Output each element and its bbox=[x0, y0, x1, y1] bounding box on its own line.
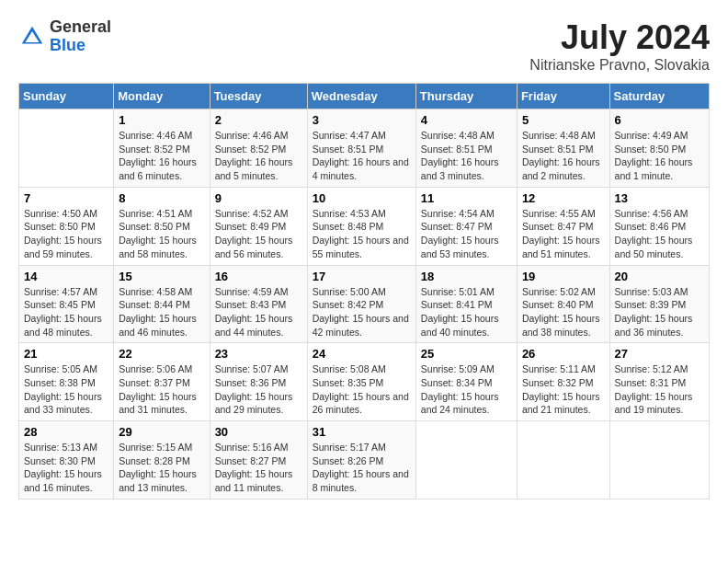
header-saturday: Saturday bbox=[609, 84, 709, 109]
day-detail: Sunrise: 5:08 AMSunset: 8:35 PMDaylight:… bbox=[313, 362, 411, 417]
day-number: 17 bbox=[313, 270, 411, 283]
day-detail: Sunrise: 4:51 AMSunset: 8:50 PMDaylight:… bbox=[119, 207, 204, 261]
day-detail: Sunrise: 4:55 AMSunset: 8:47 PMDaylight:… bbox=[522, 207, 605, 261]
calendar-cell: 27Sunrise: 5:12 AMSunset: 8:31 PMDayligh… bbox=[609, 343, 709, 421]
week-row-2: 7Sunrise: 4:50 AMSunset: 8:50 PMDaylight… bbox=[19, 187, 710, 265]
calendar-cell bbox=[517, 421, 609, 500]
day-number: 16 bbox=[215, 270, 302, 283]
calendar-cell: 4Sunrise: 4:48 AMSunset: 8:51 PMDaylight… bbox=[415, 109, 517, 188]
day-detail: Sunrise: 5:07 AMSunset: 8:36 PMDaylight:… bbox=[215, 362, 302, 417]
week-row-1: 1Sunrise: 4:46 AMSunset: 8:52 PMDaylight… bbox=[19, 109, 710, 188]
calendar-cell bbox=[609, 421, 709, 500]
day-number: 11 bbox=[421, 191, 512, 205]
logo-general: General bbox=[50, 17, 111, 36]
week-row-3: 14Sunrise: 4:57 AMSunset: 8:45 PMDayligh… bbox=[19, 265, 710, 343]
day-detail: Sunrise: 4:46 AMSunset: 8:52 PMDaylight:… bbox=[119, 129, 204, 183]
day-detail: Sunrise: 5:11 AMSunset: 8:32 PMDaylight:… bbox=[522, 362, 605, 417]
calendar-cell: 20Sunrise: 5:03 AMSunset: 8:39 PMDayligh… bbox=[609, 265, 709, 343]
day-number: 26 bbox=[522, 347, 605, 361]
calendar-cell: 13Sunrise: 4:56 AMSunset: 8:46 PMDayligh… bbox=[609, 187, 709, 265]
day-number: 1 bbox=[119, 113, 204, 127]
calendar-cell: 7Sunrise: 4:50 AMSunset: 8:50 PMDaylight… bbox=[19, 187, 114, 265]
logo-blue: Blue bbox=[50, 36, 85, 54]
calendar-cell: 18Sunrise: 5:01 AMSunset: 8:41 PMDayligh… bbox=[415, 265, 517, 343]
day-number: 9 bbox=[215, 191, 302, 205]
day-number: 28 bbox=[24, 425, 108, 439]
day-number: 18 bbox=[421, 270, 512, 283]
week-row-4: 21Sunrise: 5:05 AMSunset: 8:38 PMDayligh… bbox=[19, 343, 710, 421]
day-number: 5 bbox=[522, 113, 605, 127]
calendar-cell: 24Sunrise: 5:08 AMSunset: 8:35 PMDayligh… bbox=[307, 343, 415, 421]
calendar-cell: 23Sunrise: 5:07 AMSunset: 8:36 PMDayligh… bbox=[210, 343, 307, 421]
calendar-cell: 16Sunrise: 4:59 AMSunset: 8:43 PMDayligh… bbox=[210, 265, 307, 343]
day-detail: Sunrise: 4:54 AMSunset: 8:47 PMDaylight:… bbox=[421, 207, 512, 261]
day-detail: Sunrise: 5:13 AMSunset: 8:30 PMDaylight:… bbox=[24, 441, 108, 495]
calendar-title: July 2024 bbox=[529, 18, 710, 57]
calendar-cell: 19Sunrise: 5:02 AMSunset: 8:40 PMDayligh… bbox=[517, 265, 609, 343]
day-detail: Sunrise: 5:16 AMSunset: 8:27 PMDaylight:… bbox=[215, 441, 302, 495]
day-number: 30 bbox=[215, 425, 302, 439]
calendar-header-row: SundayMondayTuesdayWednesdayThursdayFrid… bbox=[19, 84, 710, 109]
calendar-cell: 29Sunrise: 5:15 AMSunset: 8:28 PMDayligh… bbox=[114, 421, 210, 500]
day-detail: Sunrise: 5:17 AMSunset: 8:26 PMDaylight:… bbox=[313, 441, 411, 495]
calendar-cell: 31Sunrise: 5:17 AMSunset: 8:26 PMDayligh… bbox=[307, 421, 415, 500]
day-number: 27 bbox=[615, 347, 704, 361]
header-sunday: Sunday bbox=[19, 84, 114, 109]
calendar-cell bbox=[19, 109, 114, 188]
day-number: 29 bbox=[119, 425, 204, 439]
page-header: General Blue July 2024 Nitrianske Pravno… bbox=[18, 18, 710, 74]
day-number: 6 bbox=[615, 113, 704, 127]
logo: General Blue bbox=[18, 18, 111, 55]
day-number: 25 bbox=[421, 347, 512, 361]
day-detail: Sunrise: 5:02 AMSunset: 8:40 PMDaylight:… bbox=[522, 285, 605, 339]
day-number: 8 bbox=[119, 191, 204, 205]
calendar-cell: 17Sunrise: 5:00 AMSunset: 8:42 PMDayligh… bbox=[307, 265, 415, 343]
day-detail: Sunrise: 4:48 AMSunset: 8:51 PMDaylight:… bbox=[522, 129, 605, 183]
day-detail: Sunrise: 4:56 AMSunset: 8:46 PMDaylight:… bbox=[615, 207, 704, 261]
calendar-cell: 30Sunrise: 5:16 AMSunset: 8:27 PMDayligh… bbox=[210, 421, 307, 500]
day-detail: Sunrise: 5:03 AMSunset: 8:39 PMDaylight:… bbox=[615, 285, 704, 339]
day-detail: Sunrise: 5:12 AMSunset: 8:31 PMDaylight:… bbox=[615, 362, 704, 417]
day-detail: Sunrise: 4:47 AMSunset: 8:51 PMDaylight:… bbox=[313, 129, 411, 183]
calendar-subtitle: Nitrianske Pravno, Slovakia bbox=[529, 57, 710, 74]
calendar-table: SundayMondayTuesdayWednesdayThursdayFrid… bbox=[18, 83, 710, 500]
header-monday: Monday bbox=[114, 84, 210, 109]
day-number: 20 bbox=[615, 270, 704, 283]
day-number: 19 bbox=[522, 270, 605, 283]
logo-text: General Blue bbox=[50, 18, 111, 55]
calendar-cell bbox=[415, 421, 517, 500]
calendar-cell: 26Sunrise: 5:11 AMSunset: 8:32 PMDayligh… bbox=[517, 343, 609, 421]
calendar-cell: 25Sunrise: 5:09 AMSunset: 8:34 PMDayligh… bbox=[415, 343, 517, 421]
day-number: 7 bbox=[24, 191, 108, 205]
calendar-cell: 22Sunrise: 5:06 AMSunset: 8:37 PMDayligh… bbox=[114, 343, 210, 421]
title-block: July 2024 Nitrianske Pravno, Slovakia bbox=[529, 18, 710, 74]
calendar-cell: 9Sunrise: 4:52 AMSunset: 8:49 PMDaylight… bbox=[210, 187, 307, 265]
day-detail: Sunrise: 4:59 AMSunset: 8:43 PMDaylight:… bbox=[215, 285, 302, 339]
day-detail: Sunrise: 5:15 AMSunset: 8:28 PMDaylight:… bbox=[119, 441, 204, 495]
day-number: 13 bbox=[615, 191, 704, 205]
day-number: 10 bbox=[313, 191, 411, 205]
week-row-5: 28Sunrise: 5:13 AMSunset: 8:30 PMDayligh… bbox=[19, 421, 710, 500]
day-number: 3 bbox=[313, 113, 411, 127]
header-tuesday: Tuesday bbox=[210, 84, 307, 109]
day-detail: Sunrise: 4:52 AMSunset: 8:49 PMDaylight:… bbox=[215, 207, 302, 261]
day-number: 24 bbox=[313, 347, 411, 361]
day-detail: Sunrise: 4:58 AMSunset: 8:44 PMDaylight:… bbox=[119, 285, 204, 339]
day-number: 23 bbox=[215, 347, 302, 361]
day-detail: Sunrise: 4:53 AMSunset: 8:48 PMDaylight:… bbox=[313, 207, 411, 261]
day-number: 12 bbox=[522, 191, 605, 205]
calendar-cell: 6Sunrise: 4:49 AMSunset: 8:50 PMDaylight… bbox=[609, 109, 709, 188]
header-thursday: Thursday bbox=[415, 84, 517, 109]
calendar-cell: 8Sunrise: 4:51 AMSunset: 8:50 PMDaylight… bbox=[114, 187, 210, 265]
header-friday: Friday bbox=[517, 84, 609, 109]
calendar-cell: 5Sunrise: 4:48 AMSunset: 8:51 PMDaylight… bbox=[517, 109, 609, 188]
calendar-cell: 11Sunrise: 4:54 AMSunset: 8:47 PMDayligh… bbox=[415, 187, 517, 265]
day-number: 2 bbox=[215, 113, 302, 127]
calendar-cell: 12Sunrise: 4:55 AMSunset: 8:47 PMDayligh… bbox=[517, 187, 609, 265]
day-detail: Sunrise: 4:46 AMSunset: 8:52 PMDaylight:… bbox=[215, 129, 302, 183]
logo-icon bbox=[18, 23, 46, 51]
day-detail: Sunrise: 5:00 AMSunset: 8:42 PMDaylight:… bbox=[313, 285, 411, 339]
day-detail: Sunrise: 4:57 AMSunset: 8:45 PMDaylight:… bbox=[24, 285, 108, 339]
calendar-cell: 10Sunrise: 4:53 AMSunset: 8:48 PMDayligh… bbox=[307, 187, 415, 265]
calendar-cell: 2Sunrise: 4:46 AMSunset: 8:52 PMDaylight… bbox=[210, 109, 307, 188]
